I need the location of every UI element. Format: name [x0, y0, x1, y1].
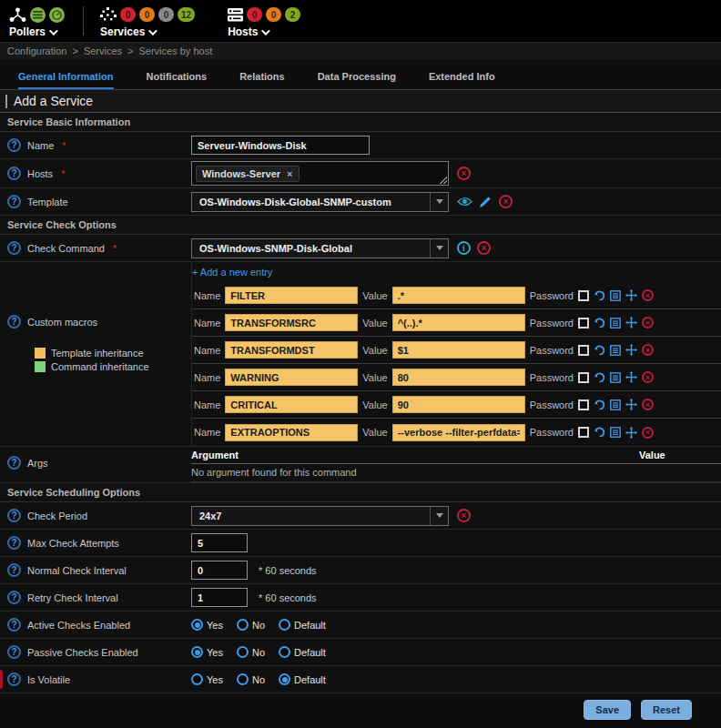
- help-icon[interactable]: ?: [7, 672, 21, 686]
- macro-name-input[interactable]: [225, 424, 358, 441]
- macro-description-icon[interactable]: [610, 372, 621, 383]
- undo-macro-icon[interactable]: [594, 290, 605, 301]
- resize-grip[interactable]: [440, 177, 447, 184]
- macro-description-icon[interactable]: [610, 399, 621, 410]
- macro-value-input[interactable]: [392, 341, 525, 359]
- undo-macro-icon[interactable]: [594, 345, 605, 356]
- radio-button-icon[interactable]: [191, 646, 203, 658]
- help-icon[interactable]: ?: [7, 563, 21, 577]
- radio-yes[interactable]: Yes: [191, 619, 223, 631]
- delete-macro-icon[interactable]: ×: [642, 427, 654, 439]
- macro-value-input[interactable]: [392, 369, 525, 386]
- macro-name-input[interactable]: [225, 396, 358, 413]
- macro-name-input[interactable]: [225, 369, 358, 386]
- tab-notifications[interactable]: Notifications: [147, 71, 208, 89]
- help-icon[interactable]: ?: [7, 195, 21, 208]
- retry-check-interval-input[interactable]: [191, 588, 248, 607]
- macro-name-input[interactable]: [225, 341, 358, 359]
- hosts-up-badge[interactable]: 2: [285, 7, 300, 22]
- check-command-select[interactable]: OS-Windows-SNMP-Disk-Global: [191, 238, 449, 258]
- radio-no[interactable]: No: [237, 646, 265, 658]
- macro-value-input[interactable]: [392, 424, 525, 441]
- help-icon[interactable]: ?: [7, 509, 21, 522]
- save-button[interactable]: Save: [584, 700, 631, 720]
- radio-button-icon[interactable]: [191, 619, 203, 631]
- hosts-down-badge[interactable]: 0: [247, 7, 262, 22]
- move-macro-icon[interactable]: [625, 344, 637, 356]
- move-macro-icon[interactable]: [625, 427, 637, 439]
- help-icon[interactable]: ?: [7, 645, 21, 659]
- clear-check-period-icon[interactable]: ×: [457, 509, 471, 522]
- help-icon[interactable]: ?: [7, 241, 21, 255]
- password-checkbox[interactable]: [578, 399, 589, 410]
- pollers-menu[interactable]: Pollers: [9, 5, 65, 38]
- services-menu[interactable]: 0 0 0 12 Services: [100, 5, 195, 38]
- password-checkbox[interactable]: [578, 427, 589, 438]
- remove-tag-icon[interactable]: ×: [287, 168, 292, 179]
- tab-data-processing[interactable]: Data Processing: [318, 71, 396, 89]
- add-macro-link[interactable]: + Add a new entry: [192, 262, 272, 282]
- edit-template-icon[interactable]: [479, 196, 492, 208]
- help-icon[interactable]: ?: [7, 456, 21, 470]
- delete-macro-icon[interactable]: ×: [642, 399, 654, 410]
- macro-description-icon[interactable]: [610, 345, 621, 356]
- macro-description-icon[interactable]: [610, 290, 621, 301]
- radio-button-icon[interactable]: [237, 673, 249, 685]
- command-info-icon[interactable]: i: [457, 241, 471, 255]
- undo-macro-icon[interactable]: [594, 399, 605, 410]
- password-checkbox[interactable]: [578, 318, 589, 329]
- undo-macro-icon[interactable]: [594, 427, 605, 438]
- move-macro-icon[interactable]: [625, 371, 637, 383]
- macro-value-input[interactable]: [392, 314, 525, 331]
- tab-general-information[interactable]: General Information: [18, 71, 114, 89]
- delete-macro-icon[interactable]: ×: [642, 289, 654, 301]
- help-icon[interactable]: ?: [7, 167, 21, 180]
- radio-yes[interactable]: Yes: [191, 673, 223, 685]
- max-check-attempts-input[interactable]: [191, 533, 248, 552]
- hosts-multiselect[interactable]: Windows-Server ×: [191, 161, 449, 186]
- delete-macro-icon[interactable]: ×: [642, 344, 654, 356]
- macro-name-input[interactable]: [225, 314, 358, 331]
- help-icon[interactable]: ?: [7, 315, 21, 329]
- radio-default[interactable]: Default: [279, 673, 326, 685]
- move-macro-icon[interactable]: [625, 399, 637, 410]
- macro-value-input[interactable]: [392, 396, 525, 413]
- radio-no[interactable]: No: [237, 619, 265, 631]
- radio-default[interactable]: Default: [279, 619, 326, 631]
- password-checkbox[interactable]: [578, 345, 589, 356]
- macro-name-input[interactable]: [225, 287, 358, 304]
- password-checkbox[interactable]: [578, 290, 589, 301]
- breadcrumb-configuration[interactable]: Configuration: [7, 46, 66, 56]
- help-icon[interactable]: ?: [7, 618, 21, 632]
- undo-macro-icon[interactable]: [594, 372, 605, 383]
- reset-button[interactable]: Reset: [641, 700, 692, 720]
- services-ok-badge[interactable]: 12: [178, 7, 195, 22]
- breadcrumb-services[interactable]: Services: [84, 46, 122, 56]
- password-checkbox[interactable]: [578, 372, 589, 383]
- breadcrumb-services-by-host[interactable]: Services by host: [139, 46, 213, 56]
- tab-extended-info[interactable]: Extended Info: [429, 71, 495, 89]
- move-macro-icon[interactable]: [625, 317, 637, 329]
- template-select[interactable]: OS-Windows-Disk-Global-SNMP-custom: [191, 192, 449, 212]
- macro-description-icon[interactable]: [610, 427, 621, 438]
- delete-macro-icon[interactable]: ×: [642, 317, 654, 329]
- services-critical-badge[interactable]: 0: [120, 7, 136, 22]
- radio-button-icon[interactable]: [279, 673, 290, 685]
- radio-button-icon[interactable]: [279, 646, 290, 658]
- radio-button-icon[interactable]: [237, 619, 249, 631]
- help-icon[interactable]: ?: [7, 138, 21, 152]
- radio-default[interactable]: Default: [279, 646, 326, 658]
- radio-yes[interactable]: Yes: [191, 646, 223, 658]
- delete-macro-icon[interactable]: ×: [642, 371, 654, 383]
- hosts-unreachable-badge[interactable]: 0: [266, 7, 281, 22]
- view-template-icon[interactable]: [457, 197, 472, 207]
- clear-hosts-icon[interactable]: ×: [457, 167, 471, 180]
- name-input[interactable]: [191, 136, 370, 155]
- radio-button-icon[interactable]: [191, 673, 203, 685]
- tab-relations[interactable]: Relations: [239, 71, 285, 89]
- help-icon[interactable]: ?: [7, 536, 21, 550]
- services-warning-badge[interactable]: 0: [139, 7, 155, 22]
- macro-description-icon[interactable]: [610, 318, 621, 329]
- radio-button-icon[interactable]: [237, 646, 249, 658]
- services-unknown-badge[interactable]: 0: [158, 7, 174, 22]
